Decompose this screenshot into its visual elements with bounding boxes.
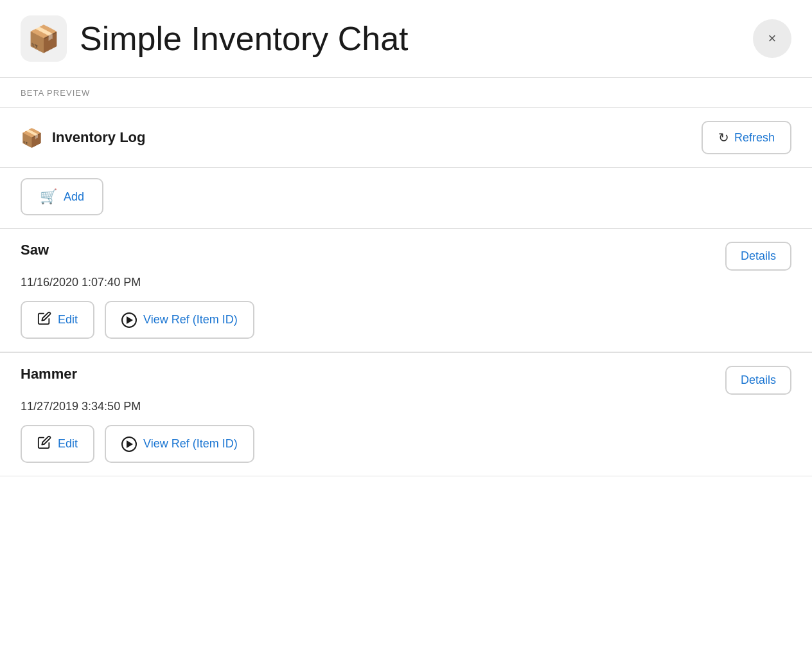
toolbar-icon: 📦 (21, 127, 43, 148)
refresh-button[interactable]: ↻ Refresh (702, 121, 791, 154)
app-title: Simple Inventory Chat (80, 19, 409, 58)
item-date: 11/27/2019 3:34:50 PM (21, 400, 791, 413)
item-name: Hammer (21, 366, 77, 382)
section-title: Inventory Log (52, 129, 145, 146)
add-label: Add (64, 190, 84, 204)
view-ref-button[interactable]: View Ref (Item ID) (105, 425, 254, 463)
beta-bar: BETA PREVIEW (0, 78, 812, 107)
details-button[interactable]: Details (725, 366, 791, 395)
close-icon: × (768, 30, 777, 47)
details-button[interactable]: Details (725, 242, 791, 271)
items-container: Saw Details 11/16/2020 1:07:40 PM Edit V… (0, 228, 812, 476)
edit-button[interactable]: Edit (21, 301, 94, 339)
inventory-item: Saw Details 11/16/2020 1:07:40 PM Edit V… (0, 228, 812, 352)
view-ref-label: View Ref (Item ID) (143, 313, 238, 327)
item-header: Hammer Details (21, 366, 791, 395)
refresh-icon: ↻ (718, 130, 729, 145)
app-icon: 📦 (21, 15, 67, 62)
toolbar-left: 📦 Inventory Log (21, 127, 145, 148)
toolbar: 📦 Inventory Log ↻ Refresh (0, 108, 812, 167)
circle-play-icon (121, 437, 137, 452)
view-ref-button[interactable]: View Ref (Item ID) (105, 301, 254, 339)
item-name: Saw (21, 242, 49, 258)
play-triangle (127, 440, 133, 448)
item-actions: Edit View Ref (Item ID) (21, 425, 791, 463)
circle-play-icon (121, 312, 137, 328)
header-left: 📦 Simple Inventory Chat (21, 15, 409, 62)
item-actions: Edit View Ref (Item ID) (21, 301, 791, 339)
close-button[interactable]: × (753, 19, 791, 58)
app-header: 📦 Simple Inventory Chat × (0, 0, 812, 77)
edit-label: Edit (58, 437, 78, 451)
play-triangle (127, 316, 133, 324)
action-bar: 🛒 Add (0, 168, 812, 228)
edit-icon (37, 311, 51, 328)
view-ref-label: View Ref (Item ID) (143, 437, 238, 451)
refresh-label: Refresh (734, 131, 775, 145)
beta-label: BETA PREVIEW (21, 88, 90, 98)
item-date: 11/16/2020 1:07:40 PM (21, 276, 791, 289)
edit-icon (37, 435, 51, 453)
edit-button[interactable]: Edit (21, 425, 94, 463)
add-cart-icon: 🛒 (40, 188, 57, 205)
item-divider (0, 476, 812, 476)
inventory-item: Hammer Details 11/27/2019 3:34:50 PM Edi… (0, 352, 812, 476)
item-header: Saw Details (21, 242, 791, 271)
add-button[interactable]: 🛒 Add (21, 178, 103, 215)
edit-label: Edit (58, 313, 78, 327)
